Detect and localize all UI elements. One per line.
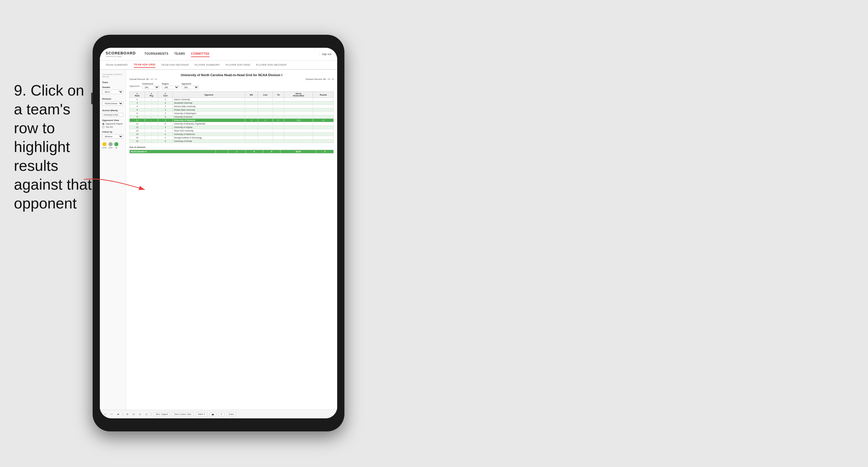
col-reg: #Reg xyxy=(145,92,158,98)
table-row[interactable]: 15 - 4 Georgia Institute of Technology xyxy=(130,136,334,140)
col-conf: #Conf xyxy=(158,92,173,98)
sub-nav-player-h2h-grid[interactable]: PLAYER H2H GRID xyxy=(226,62,250,67)
filter-conference: Conference (All) xyxy=(142,83,159,89)
toolbar-undo[interactable]: ↩ xyxy=(103,413,107,416)
legend-down: Down xyxy=(102,142,106,148)
table-row-highlighted[interactable]: 11 - 5 University of Alabama 3 0 0 2.61 … xyxy=(130,119,334,122)
sub-nav: TEAM SUMMARY TEAM H2H GRID TEAM H2H HEAT… xyxy=(100,60,337,70)
content-area: Last Updated: 27/03/2024 16:55:38 Team G… xyxy=(100,70,337,410)
sidebar-team-label: Team xyxy=(102,81,123,84)
out-of-division-header: Out of division xyxy=(129,146,334,148)
sub-nav-player-h2h-heatmap[interactable]: PLAYER H2H HEATMAP xyxy=(256,62,287,67)
nav-tournaments[interactable]: TOURNAMENTS xyxy=(145,51,168,57)
table-row[interactable]: 4 - 1 Arizona State University xyxy=(130,105,334,108)
side-button xyxy=(91,93,93,104)
filter-region: Region (All) xyxy=(162,83,179,89)
table-row[interactable]: 16 - 3 University of Florida xyxy=(130,140,334,143)
out-of-division-row[interactable]: NCAA Division II 1 0 0 26.00 3 xyxy=(130,150,334,153)
out-of-division-table: NCAA Division II 1 0 0 26.00 3 xyxy=(129,150,334,153)
sidebar-gender-label: Gender xyxy=(102,86,123,89)
toolbar-clock[interactable]: ◷ xyxy=(145,413,149,416)
top-nav: SCOREBOARD Powered by clippi TOURNAMENTS… xyxy=(100,48,337,60)
sub-nav-player-summary[interactable]: PLAYER SUMMARY xyxy=(195,62,220,67)
filter-opponent-select[interactable]: (All) xyxy=(182,85,199,89)
tablet-screen: SCOREBOARD Powered by clippi TOURNAMENTS… xyxy=(100,48,337,418)
sidebar-gender-select[interactable]: Men's xyxy=(102,90,123,94)
sidebar-colour-label: Colour by xyxy=(102,130,123,133)
filter-region-select[interactable]: (All) xyxy=(162,85,179,89)
toolbar-history[interactable]: ⏮ xyxy=(116,413,120,416)
col-win: Win xyxy=(245,92,257,98)
records-row: Overall Record: 89 - 17 - 0 Division Rec… xyxy=(129,78,334,81)
toolbar-share[interactable]: Share xyxy=(227,412,236,416)
toolbar-paste[interactable]: ⊟ xyxy=(132,413,136,416)
sidebar-opponent-view-label: Opponent View xyxy=(102,119,123,122)
h2h-table: #Rank #Reg #Conf Opponent Win Loss Tie D… xyxy=(129,91,334,143)
sign-out-area: | Sign out xyxy=(319,53,332,56)
table-row[interactable]: 2 - 1 Auburn University xyxy=(130,98,334,101)
table-row[interactable]: 9 - 3 University of Arizona xyxy=(130,115,334,119)
col-rank: #Rank xyxy=(130,92,145,98)
toolbar-redo[interactable]: ↪ xyxy=(110,413,114,416)
legend-level: Level xyxy=(108,142,112,148)
toolbar-view-original[interactable]: View: Original xyxy=(153,412,170,416)
sidebar-colour-select[interactable]: Win/loss xyxy=(102,134,123,139)
sidebar-radio-opponents-played[interactable]: Opponents Played xyxy=(102,123,123,125)
sidebar: Last Updated: 27/03/2024 16:55:38 Team G… xyxy=(100,70,126,410)
legend-area: Down Level Up xyxy=(102,142,123,148)
grid-title: University of North Carolina Head-to-Hea… xyxy=(129,73,334,77)
legend-up: Up xyxy=(114,142,118,148)
legend-circle-up xyxy=(114,142,118,146)
nav-teams[interactable]: TEAMS xyxy=(174,51,185,57)
radio-dot-top100 xyxy=(102,126,104,128)
table-row[interactable]: 11 - 6 University of Arkansas, Fayettevi… xyxy=(130,122,334,126)
tablet-device: SCOREBOARD Powered by clippi TOURNAMENTS… xyxy=(93,35,344,431)
toolbar-watch[interactable]: Watch ▾ xyxy=(196,412,207,416)
table-row[interactable]: 13 - 1 Texas Tech University xyxy=(130,129,334,133)
opponents-filter-label: Opponents: xyxy=(129,85,140,87)
table-row[interactable]: 8 - 2 University of Washington xyxy=(130,112,334,115)
toolbar-copy[interactable]: ⊞ xyxy=(125,413,129,416)
legend-circle-down xyxy=(102,142,106,146)
sub-nav-team-summary[interactable]: TEAM SUMMARY xyxy=(106,62,128,67)
sub-nav-team-h2h-heatmap[interactable]: TEAM H2H HEATMAP xyxy=(161,62,189,67)
overall-record: Overall Record: 89 - 17 - 0 xyxy=(129,78,157,81)
toolbar-download[interactable]: ⊡ xyxy=(219,412,224,416)
division-record: Division Record: 88 - 17 - 0 xyxy=(306,78,334,81)
table-row[interactable]: 3 - 2 Vanderbilt University xyxy=(130,101,334,105)
col-opponent: Opponent xyxy=(173,92,245,98)
sign-out-link[interactable]: Sign out xyxy=(322,53,332,56)
legend-circle-level xyxy=(108,142,113,146)
sidebar-division-label: Division xyxy=(102,97,123,100)
logo-scoreboard: SCOREBOARD xyxy=(106,51,136,55)
col-diff: Diff AvStrokes/Rnd xyxy=(284,92,313,98)
sidebar-last-updated: Last Updated: 27/03/2024 16:55:38 xyxy=(102,73,123,78)
sidebar-school-rank-label: School (Rank) xyxy=(102,109,123,112)
filters-row: Opponents: Conference (All) Region (All) xyxy=(129,83,334,89)
radio-dot-opponents xyxy=(102,123,104,125)
sub-nav-team-h2h-grid[interactable]: TEAM H2H GRID xyxy=(134,62,155,68)
col-tie: Tie xyxy=(273,92,284,98)
toolbar-sep-1 xyxy=(123,412,123,416)
toolbar-save-custom[interactable]: Save Custom View xyxy=(172,412,193,416)
filter-opponent: Opponent (All) xyxy=(182,83,199,89)
nav-items: TOURNAMENTS TEAMS COMMITTEE xyxy=(145,51,319,57)
toolbar-connector[interactable]: ◎ xyxy=(138,413,142,416)
sidebar-division-select[interactable]: NCAA Division I xyxy=(102,101,123,106)
filter-conference-select[interactable]: (All) xyxy=(142,85,159,89)
col-loss: Loss xyxy=(258,92,273,98)
logo-area: SCOREBOARD Powered by clippi xyxy=(106,51,136,57)
main-content: University of North Carolina Head-to-Hea… xyxy=(126,70,337,410)
bottom-toolbar: ↩ ↪ ⏮ ⊞ ⊟ ◎ ◷ View: Original Save Custom… xyxy=(100,410,337,418)
table-row[interactable]: 14 - 2 University of Oklahoma xyxy=(130,133,334,136)
instruction-text: 9. Click on a team's row to highlight re… xyxy=(14,81,95,213)
sidebar-radio-top100[interactable]: Top 100 xyxy=(102,126,123,128)
col-rounds: Rounds xyxy=(313,92,334,98)
sidebar-school-box[interactable]: University of Nort... xyxy=(102,113,123,117)
toolbar-camera[interactable]: 📷 xyxy=(210,412,216,416)
table-row[interactable]: 12 - 3 University of Virginia xyxy=(130,126,334,129)
logo-powered: Powered by clippi xyxy=(106,55,136,57)
table-row[interactable]: 6 - 2 Florida State University xyxy=(130,108,334,112)
nav-committee[interactable]: COMMITTEE xyxy=(191,51,210,57)
